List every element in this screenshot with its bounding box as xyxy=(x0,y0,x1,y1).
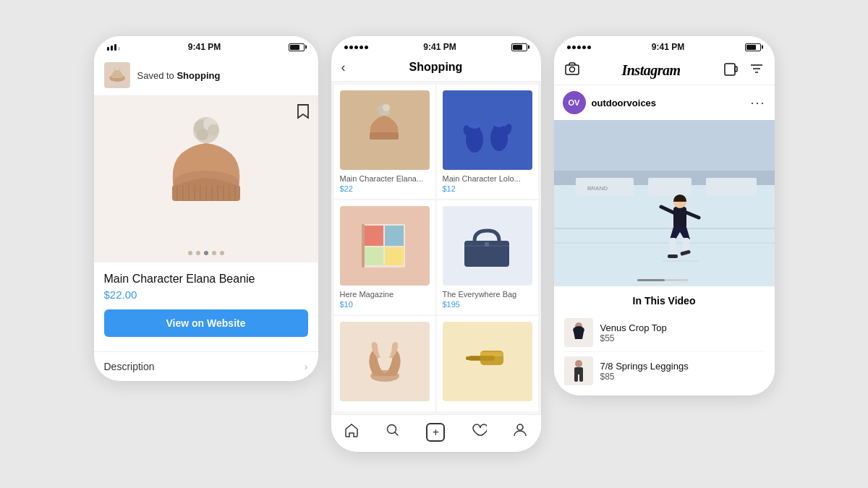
product-price-1: $55 xyxy=(600,333,667,343)
home-nav-button[interactable] xyxy=(344,422,359,442)
video-product-1[interactable]: Venus Crop Top $55 xyxy=(564,314,765,352)
bottom-nav: + xyxy=(331,414,541,452)
grid-image-6 xyxy=(443,322,532,401)
svg-rect-81 xyxy=(579,373,583,382)
add-nav-button[interactable]: + xyxy=(426,423,445,442)
svg-rect-45 xyxy=(466,356,480,360)
phone1: 9:41 PM Saved to Shopping xyxy=(94,36,318,381)
post-header: OV outdoorvoices ··· xyxy=(554,85,775,120)
svg-rect-64 xyxy=(673,207,686,228)
svg-rect-40 xyxy=(485,242,489,247)
svg-point-49 xyxy=(569,67,574,72)
header-icons-group xyxy=(723,61,765,80)
search-nav-button[interactable] xyxy=(385,422,401,442)
status-bar-3: 9:41 PM xyxy=(554,36,775,55)
svg-rect-50 xyxy=(725,64,735,75)
phone2: 9:41 PM ‹ Shopping Mai xyxy=(331,36,541,452)
grid-image-3 xyxy=(340,206,430,286)
back-button[interactable]: ‹ xyxy=(341,60,346,75)
status-bar-1: 9:41 PM xyxy=(94,36,318,55)
battery-3 xyxy=(745,43,761,51)
chevron-right-icon: › xyxy=(305,361,308,372)
time-1: 9:41 PM xyxy=(188,42,221,52)
bookmark-button[interactable] xyxy=(297,103,310,123)
product-thumb-1 xyxy=(564,318,593,347)
svg-rect-35 xyxy=(365,247,383,265)
saved-toast: Saved to Shopping xyxy=(94,55,318,96)
svg-rect-70 xyxy=(668,254,678,258)
signal-dots-1 xyxy=(107,44,120,51)
igtv-icon[interactable] xyxy=(723,61,739,80)
svg-point-30 xyxy=(493,120,505,127)
camera-icon[interactable] xyxy=(564,61,580,80)
toast-text: Saved to Shopping xyxy=(137,70,221,81)
svg-point-2 xyxy=(114,66,119,71)
description-row[interactable]: Description › xyxy=(94,351,318,381)
svg-point-6 xyxy=(208,124,219,136)
battery-1 xyxy=(289,43,305,51)
svg-rect-80 xyxy=(574,373,578,382)
svg-text:BRAND: BRAND xyxy=(587,185,607,192)
grid-item-price-3: $10 xyxy=(340,300,430,309)
phones-container: 9:41 PM Saved to Shopping xyxy=(80,22,789,466)
product-name: Main Character Elana Beanie xyxy=(104,273,308,286)
grid-image-4 xyxy=(443,206,532,286)
shopping-title: Shopping xyxy=(409,61,463,74)
signal-dots-2 xyxy=(344,46,368,49)
grid-item-price-1: $22 xyxy=(340,184,430,193)
svg-rect-51 xyxy=(735,67,737,72)
author-name: outdoorvoices xyxy=(592,98,657,108)
shopping-header: ‹ Shopping xyxy=(331,55,541,82)
svg-rect-61 xyxy=(648,178,692,196)
grid-item-6[interactable] xyxy=(437,316,538,411)
product-info: Main Character Elana Beanie $22.00 View … xyxy=(94,262,318,351)
grid-item-5[interactable] xyxy=(334,316,435,411)
product-info-2: 7/8 Springs Leggings $85 xyxy=(600,361,689,382)
grid-item-price-4: $195 xyxy=(443,300,532,309)
description-label: Description xyxy=(104,361,155,372)
product-price: $22.00 xyxy=(104,288,308,301)
video-product-2[interactable]: 7/8 Springs Leggings $85 xyxy=(564,352,765,390)
dot-3 xyxy=(204,251,208,255)
post-author[interactable]: OV outdoorvoices xyxy=(563,91,657,114)
dot-4 xyxy=(212,251,216,255)
grid-item-3[interactable]: Here Magazine $10 xyxy=(334,200,435,314)
post-menu-button[interactable]: ··· xyxy=(750,95,765,111)
grid-item-1[interactable]: Main Character Elana... $22 xyxy=(334,85,435,199)
grid-image-5 xyxy=(340,322,430,401)
in-this-video-section: In This Video Venus Crop Top $55 xyxy=(554,286,775,395)
grid-image-2 xyxy=(443,90,532,170)
grid-image-1 xyxy=(340,90,430,170)
signal-dots-3 xyxy=(567,46,591,49)
heart-nav-button[interactable] xyxy=(471,422,487,442)
grid-item-4[interactable]: The Everywhere Bag $195 xyxy=(437,200,538,314)
grid-item-name-2: Main Character Lolo... xyxy=(443,174,532,183)
grid-item-name-4: The Everywhere Bag xyxy=(443,290,532,299)
svg-rect-37 xyxy=(362,224,365,267)
filter-icon[interactable] xyxy=(749,61,765,80)
dot-5 xyxy=(220,251,224,255)
phone3: 9:41 PM Instagram OV xyxy=(554,36,775,395)
time-3: 9:41 PM xyxy=(652,42,684,52)
in-this-video-title: In This Video xyxy=(564,295,765,307)
product-image-area xyxy=(94,96,318,262)
instagram-logo: Instagram xyxy=(621,62,680,79)
product-name-2: 7/8 Springs Leggings xyxy=(600,361,689,372)
svg-point-78 xyxy=(575,360,582,367)
status-bar-2: 9:41 PM xyxy=(331,36,541,55)
dot-2 xyxy=(196,251,200,255)
svg-rect-33 xyxy=(365,226,383,246)
svg-rect-74 xyxy=(637,279,665,281)
svg-rect-36 xyxy=(385,247,404,265)
svg-rect-34 xyxy=(385,226,404,246)
svg-rect-62 xyxy=(706,178,757,196)
view-on-website-button[interactable]: View on Website xyxy=(104,309,308,337)
author-avatar: OV xyxy=(563,91,586,114)
dot-1 xyxy=(188,251,192,255)
toast-thumbnail xyxy=(104,62,130,88)
svg-rect-23 xyxy=(370,132,399,140)
grid-item-2[interactable]: Main Character Lolo... $12 xyxy=(437,85,538,199)
profile-nav-button[interactable] xyxy=(512,422,528,442)
svg-point-26 xyxy=(469,121,480,129)
product-name-1: Venus Crop Top xyxy=(600,322,667,333)
